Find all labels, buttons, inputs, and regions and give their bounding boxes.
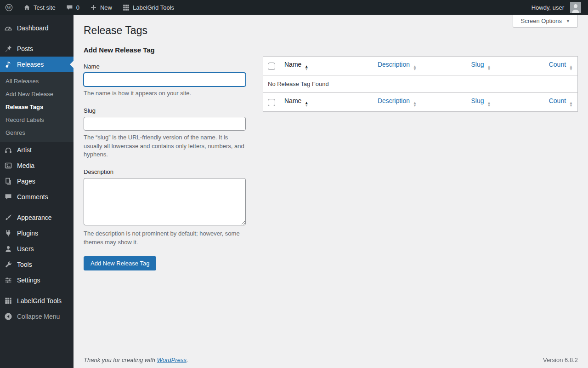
sort-by-name-link[interactable]: Name [284,97,301,104]
sort-indicator-icon: ▲▼ [487,102,491,107]
appearance-icon [4,213,13,222]
sidebar-item-label: Comments [17,193,48,201]
submenu-item-release-tags[interactable]: Release Tags [0,101,74,114]
sidebar-item-label: Media [17,162,34,169]
footer-thanks-text: Thank you for creating with [84,356,157,363]
avatar [570,2,581,13]
wp-logo-button[interactable]: W [0,0,18,15]
select-all-checkbox-footer[interactable] [268,99,275,106]
comments-link[interactable]: 0 [61,0,85,15]
sidebar-item-settings[interactable]: Settings [0,272,74,288]
sidebar-item-label: Tools [17,261,32,268]
sidebar-item-label: Settings [17,276,40,284]
plus-icon [90,4,97,12]
my-account-link[interactable]: Howdy, user [526,0,586,15]
collapse-menu-label: Collapse Menu [17,313,60,320]
artist-icon [4,146,13,154]
sidebar-item-media[interactable]: Media [0,158,74,173]
add-tag-form: Add New Release Tag Name The name is how… [84,41,246,270]
labelgrid-toolbar-label: LabelGrid Tools [133,4,174,11]
name-help-text: The name is how it appears on your site. [84,89,246,98]
howdy-label: Howdy, user [531,4,564,11]
media-icon [4,161,13,170]
sidebar-item-label: Plugins [17,230,38,237]
table-footer-row: Name▲▼ Description▲▼ Slug▲▼ Count▲▼ [263,92,577,111]
description-label: Description [84,168,246,175]
sidebar-item-artist[interactable]: Artist [0,142,74,158]
plugins-icon [4,229,13,237]
description-field-group: Description The description is not promi… [84,168,246,247]
sort-indicator-asc-icon: ▲▼ [305,65,308,71]
sort-by-count-link[interactable]: Count [549,61,566,68]
select-all-checkbox[interactable] [268,63,275,70]
new-content-link[interactable]: New [85,0,117,15]
sort-by-description-link[interactable]: Description [378,97,410,104]
sort-by-count-link[interactable]: Count [549,97,566,104]
grid-icon [122,4,130,12]
sort-indicator-icon: ▲▼ [413,65,417,71]
sidebar-item-dashboard[interactable]: Dashboard [0,20,74,36]
empty-row: No Release Tag Found [263,75,577,92]
screen-options-button[interactable]: Screen Options ▼ [513,15,578,28]
release-tags-table: Name▲▼ Description▲▼ Slug▲▼ Count▲▼ [263,57,577,111]
submenu-item-add-new-release[interactable]: Add New Release [0,88,74,101]
add-new-release-tag-button[interactable]: Add New Release Tag [84,256,156,270]
sort-by-slug-link[interactable]: Slug [471,97,484,104]
releases-submenu: All Releases Add New Release Release Tag… [0,72,74,142]
sidebar-item-label: Appearance [17,214,52,221]
sidebar-item-tools[interactable]: Tools [0,257,74,272]
sort-indicator-icon: ▲▼ [569,65,573,71]
submenu-item-record-labels[interactable]: Record Labels [0,114,74,126]
sidebar-item-label: Dashboard [17,24,49,32]
sidebar-item-posts[interactable]: Posts [0,41,74,57]
site-name-label: Test site [34,4,56,11]
new-label: New [100,4,112,11]
sidebar-item-comments[interactable]: Comments [0,189,74,205]
sidebar-item-label: Posts [17,45,33,52]
sort-by-slug-link[interactable]: Slug [471,61,484,68]
main-content: Screen Options ▼ Release Tags Add New Re… [74,0,588,368]
posts-icon [4,45,13,53]
home-icon [23,4,31,12]
collapse-icon [4,312,13,321]
pages-icon [4,177,13,185]
sort-by-name-link[interactable]: Name [284,61,301,68]
svg-text:W: W [7,5,11,10]
sidebar-item-labelgrid-tools[interactable]: LabelGrid Tools [0,293,74,309]
name-label: Name [84,63,246,70]
submenu-item-all-releases[interactable]: All Releases [0,75,74,88]
comments-icon [4,193,13,201]
releases-icon [4,60,13,69]
sort-by-description-link[interactable]: Description [378,61,410,68]
page-title: Release Tags [84,15,578,41]
sidebar-item-label: Artist [17,146,32,154]
sidebar-item-label: Releases [17,61,44,68]
wordpress-logo-icon: W [5,4,13,12]
site-name-link[interactable]: Test site [18,0,61,15]
comment-icon [66,4,74,12]
menu-separator [0,288,74,293]
sidebar-item-users[interactable]: Users [0,241,74,257]
sidebar-item-plugins[interactable]: Plugins [0,225,74,241]
name-field-group: Name The name is how it appears on your … [84,63,246,98]
labelgrid-tools-toolbar-link[interactable]: LabelGrid Tools [117,0,179,15]
description-help-text: The description is not prominent by defa… [84,230,246,247]
menu-separator [0,36,74,41]
comments-count: 0 [76,4,79,11]
description-textarea[interactable] [84,178,246,225]
collapse-menu-button[interactable]: Collapse Menu [0,309,74,324]
submenu-item-genres[interactable]: Genres [0,126,74,139]
footer-thanks: Thank you for creating with WordPress. [84,356,188,363]
admin-bar: W Test site 0 New LabelGrid Tools Howdy,… [0,0,588,15]
sidebar-item-label: Pages [17,178,35,185]
wordpress-link[interactable]: WordPress [157,356,187,363]
form-heading: Add New Release Tag [84,46,246,54]
sidebar-item-appearance[interactable]: Appearance [0,210,74,225]
sort-indicator-asc-icon: ▲▼ [305,102,308,107]
slug-input[interactable] [84,117,246,131]
sidebar-item-releases[interactable]: Releases [0,57,74,72]
labelgrid-icon [4,297,13,305]
menu-separator [0,205,74,210]
name-input[interactable] [84,73,246,86]
sidebar-item-pages[interactable]: Pages [0,173,74,189]
